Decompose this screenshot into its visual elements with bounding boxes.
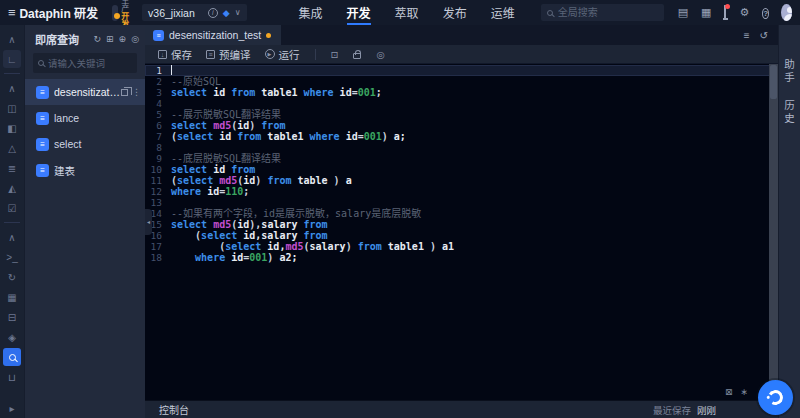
copy-icon[interactable]: [121, 89, 128, 96]
editor-tab[interactable]: ≡ desensitization_test: [145, 25, 281, 45]
code-line[interactable]: 12where id=110;: [145, 186, 778, 197]
chart-icon[interactable]: ◧: [3, 119, 21, 137]
inbox-icon[interactable]: ⊟: [3, 308, 21, 326]
keyword-search-input[interactable]: [48, 58, 128, 69]
right-rail-assistant[interactable]: 助手: [782, 59, 797, 84]
line-number: 5: [145, 109, 171, 120]
code-line[interactable]: 17 (select id,md5(salary) from table1 ) …: [145, 241, 778, 252]
file-row[interactable]: ≡desensitization_test⋮: [25, 79, 145, 105]
collapse-top-icon[interactable]: ∧: [3, 30, 21, 48]
code-line[interactable]: 4: [145, 98, 778, 109]
code-line[interactable]: 7(select id from table1 where id=001) a;: [145, 131, 778, 142]
code-editor[interactable]: 12--原始SQL3select id from table1 where id…: [145, 64, 778, 400]
terminal-icon[interactable]: >_: [3, 248, 21, 266]
precompile-icon: ≡: [206, 50, 215, 59]
fullscreen-exit-icon[interactable]: ⊠: [725, 387, 733, 397]
editor-column: ≡ desensitization_test ≡ ↺ ↓ 保存 ≡ 预编译: [145, 25, 778, 418]
right-rail-history[interactable]: 历史: [782, 100, 797, 125]
task-check-icon[interactable]: ☑: [3, 199, 21, 217]
global-search-input[interactable]: [558, 7, 658, 18]
lock-icon[interactable]: [353, 53, 361, 59]
calendar-icon[interactable]: ▦: [701, 7, 711, 18]
code-line[interactable]: 11(select md5(id) from table ) a: [145, 175, 778, 186]
search-icon: [547, 10, 553, 16]
tool-icon[interactable]: ⚙: [739, 7, 749, 18]
text-cursor: [171, 65, 172, 75]
trash-icon[interactable]: ⊔: [3, 368, 21, 386]
nav-tab-3[interactable]: 发布: [431, 0, 479, 25]
refresh-icon[interactable]: ↻: [94, 34, 102, 44]
file-row[interactable]: ≡建表: [25, 157, 145, 183]
nav-tab-2[interactable]: 萃取: [383, 0, 431, 25]
code-line[interactable]: 8: [145, 142, 778, 153]
console-toggle[interactable]: 控制台: [159, 402, 189, 417]
code-line[interactable]: 14--如果有两个字段，id是展示脱敏，salary是底层脱敏: [145, 208, 778, 219]
line-number: 7: [145, 131, 171, 142]
explorer-panel: 即席查询 ↻⊞⊕◎ ≡desensitization_test⋮≡lance≡s…: [24, 25, 145, 418]
collapse-group-icon[interactable]: ∧: [3, 79, 21, 97]
sql-file-icon: ≡: [36, 164, 49, 177]
code-line[interactable]: 15select md5(id),salary from: [145, 219, 778, 230]
sync-icon[interactable]: ↻: [3, 268, 21, 286]
trend-icon[interactable]: ◭: [3, 179, 21, 197]
left-icon-rail: ∧∟∧◫◧△≣◭☑∧>_↻▦⊟◈⊔▸: [0, 25, 24, 418]
editor-scrollbar[interactable]: [769, 64, 778, 400]
precompile-button[interactable]: ≡ 预编译: [201, 47, 256, 62]
assistant-robot-button[interactable]: [758, 380, 793, 415]
code-line[interactable]: 6select md5(id) from: [145, 120, 778, 131]
adhoc-query-icon[interactable]: [3, 348, 21, 366]
code-line[interactable]: 9--底层脱敏SQL翻译结果: [145, 153, 778, 164]
new-folder-icon[interactable]: ⊕: [119, 34, 127, 44]
tab-list-icon[interactable]: ≡: [744, 30, 750, 41]
nav-tab-4[interactable]: 运维: [479, 0, 527, 25]
expand-panel-icon[interactable]: ▸: [3, 399, 21, 417]
stamp-icon[interactable]: ⊡: [326, 49, 344, 60]
code-line[interactable]: 2--原始SQL: [145, 76, 778, 87]
keyword-search[interactable]: [33, 53, 137, 73]
tab-history-icon[interactable]: ↺: [760, 30, 768, 41]
save-button[interactable]: ↓ 保存: [153, 47, 197, 62]
hamburger-menu-icon[interactable]: ≡: [8, 5, 19, 20]
scrollbar-thumb[interactable]: [770, 65, 777, 99]
code-line[interactable]: 3select id from table1 where id=001;: [145, 87, 778, 98]
code-line[interactable]: 5--展示脱敏SQL翻译结果: [145, 109, 778, 120]
project-selector[interactable]: v36_jixian i ◆ ∨: [142, 4, 247, 21]
form-icon[interactable]: ▤: [678, 7, 688, 18]
pyramid-icon[interactable]: △: [3, 139, 21, 157]
code-line[interactable]: 16 (select id,salary from: [145, 230, 778, 241]
shield-icon[interactable]: ◈: [3, 328, 21, 346]
nav-tab-1[interactable]: 开发: [335, 0, 383, 25]
corner-panel-icon[interactable]: ∟: [3, 50, 21, 68]
report-icon[interactable]: ◫: [3, 99, 21, 117]
chevron-down-icon[interactable]: ∨: [235, 8, 241, 17]
bell-icon[interactable]: [724, 7, 726, 18]
editor-settings-icon[interactable]: ∗: [740, 387, 748, 397]
code-line[interactable]: 1: [145, 65, 778, 76]
line-number: 6: [145, 120, 171, 131]
info-icon[interactable]: i: [208, 8, 218, 18]
env-toggle-pill-icon[interactable]: [112, 5, 118, 21]
run-button[interactable]: ▶ 运行: [260, 47, 305, 62]
line-number: 17: [145, 241, 171, 252]
help-icon[interactable]: ?: [762, 7, 769, 19]
nav-tab-0[interactable]: 集成: [287, 0, 335, 25]
line-number: 12: [145, 186, 171, 197]
code-line[interactable]: 18 where id=001) a2;: [145, 252, 778, 263]
location-icon[interactable]: ◎: [371, 49, 389, 60]
file-row[interactable]: ≡lance: [25, 105, 145, 131]
dashboard-icon[interactable]: ▦: [3, 288, 21, 306]
user-avatar[interactable]: [781, 4, 792, 21]
global-search[interactable]: [541, 4, 664, 21]
dataphin-app: ≡ Dataphin 研发 生产 开发 v36_jixian i ◆ ∨ 集成开…: [0, 0, 800, 418]
project-type-icon: ◆: [223, 8, 230, 18]
code-line[interactable]: 13: [145, 197, 778, 208]
file-row[interactable]: ≡select: [25, 131, 145, 157]
panel-collapse-handle[interactable]: ◂: [145, 209, 152, 235]
layers-icon[interactable]: ≣: [3, 159, 21, 177]
more-actions-icon[interactable]: ⋮: [132, 88, 141, 97]
collapse-group2-icon[interactable]: ∧: [3, 228, 21, 246]
new-file-icon[interactable]: ⊞: [106, 34, 114, 44]
sql-file-icon: ≡: [36, 86, 49, 99]
code-line[interactable]: 10select id from: [145, 164, 778, 175]
locate-icon[interactable]: ◎: [131, 34, 139, 44]
